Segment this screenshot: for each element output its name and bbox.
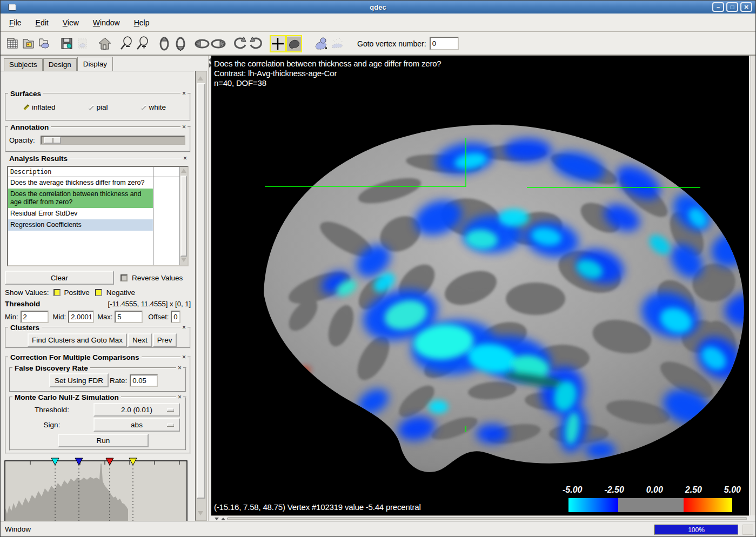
menu-help[interactable]: Help — [134, 18, 150, 27]
title-bar: qdec – □ ✕ — [1, 1, 755, 14]
find-clusters-button[interactable]: Find Clusters and Goto Max — [28, 333, 127, 347]
min-input[interactable] — [21, 311, 49, 323]
spin-ccw-button[interactable] — [232, 35, 248, 52]
zoom-out-button[interactable] — [118, 35, 135, 52]
prev-cluster-button[interactable]: Prev — [153, 333, 177, 347]
minimize-button[interactable]: – — [712, 2, 724, 12]
panel-scrollbar[interactable] — [195, 71, 207, 521]
opacity-label: Opacity: — [9, 136, 35, 144]
colorbar-label: -5.00 — [563, 485, 582, 495]
snapshot-icon — [76, 37, 90, 51]
add-selection-to-label-button[interactable] — [313, 35, 329, 52]
clusters-close-icon[interactable]: × — [180, 324, 188, 331]
menu-view[interactable]: View — [63, 18, 79, 27]
tab-subjects[interactable]: Subjects — [4, 58, 43, 71]
remove-selection-button-disabled — [329, 35, 345, 52]
brain-render — [211, 56, 749, 515]
view-question-text: Does the correlation between thickness a… — [214, 59, 441, 68]
analysis-list-scrollbar[interactable] — [179, 167, 188, 265]
inflated-radio[interactable] — [24, 104, 30, 110]
threshold-title: Threshold — [5, 300, 40, 308]
mc-threshold-label: Threshold: — [10, 406, 93, 414]
analysis-row-residual[interactable]: Residual Error StdDev — [8, 208, 153, 219]
save-label-button[interactable] — [59, 35, 75, 52]
close-button[interactable]: ✕ — [740, 2, 752, 12]
analysis-row-correlation[interactable]: Does the correlation between thickness a… — [8, 189, 153, 208]
save-floppy-icon — [60, 37, 74, 51]
brain-region-icon — [287, 37, 301, 51]
menu-edit[interactable]: Edit — [36, 18, 49, 27]
mc-threshold-dropdown[interactable]: 2.0 (0.01) — [93, 403, 180, 417]
view-dof-text: n=40, DOF=38 — [214, 78, 266, 88]
rotate-right-button[interactable] — [210, 35, 226, 52]
mc-sign-label: Sign: — [10, 421, 93, 429]
analysis-results-frame: Analysis Results × Description Does the … — [5, 159, 191, 270]
opacity-slider-thumb[interactable] — [44, 137, 61, 144]
crosshair-tool-button[interactable] — [270, 35, 286, 52]
rotate-left-button[interactable] — [194, 35, 210, 52]
surfaces-close-icon[interactable]: × — [180, 90, 188, 97]
monte-carlo-frame: Monte Carlo Null-Z Simulation × Threshol… — [9, 397, 186, 451]
monte-carlo-close-icon[interactable]: × — [176, 394, 183, 400]
white-radio[interactable] — [141, 104, 146, 110]
fdr-frame: False Discovery Rate × Set Using FDR Rat… — [9, 367, 186, 392]
load-data-table-button[interactable] — [5, 35, 21, 52]
rotate-down-button[interactable] — [172, 35, 189, 52]
correction-frame: Correction For Multiple Comparisons × Fa… — [5, 357, 191, 454]
surface-view[interactable]: Does the correlation between thickness a… — [211, 56, 749, 515]
offset-input[interactable] — [171, 311, 180, 323]
option-menu-indicator-icon — [167, 424, 174, 426]
run-simulation-button[interactable]: Run — [58, 434, 149, 447]
reverse-values-checkbox[interactable] — [121, 274, 128, 281]
max-input[interactable] — [115, 311, 143, 323]
negative-checkbox[interactable] — [95, 289, 102, 296]
menu-file[interactable]: File — [9, 18, 22, 27]
set-using-fdr-button[interactable]: Set Using FDR — [49, 373, 109, 387]
mid-input[interactable] — [68, 311, 94, 323]
tab-bar: Subjects Design Display — [4, 57, 113, 71]
load-label-button[interactable] — [37, 35, 53, 52]
analysis-row-avg-thickness[interactable]: Does the average thickness differ from z… — [8, 177, 153, 189]
rotate-up-button[interactable] — [156, 35, 172, 52]
spin-ccw-icon — [232, 36, 247, 51]
surfaces-frame: Surfaces × inflated pial white — [5, 93, 191, 121]
zoom-in-button[interactable] — [135, 35, 151, 52]
analysis-results-close-icon[interactable]: × — [182, 155, 189, 162]
goto-vertex-input[interactable] — [430, 37, 459, 50]
negative-label: Negative — [106, 288, 135, 297]
zoom-out-icon — [119, 36, 134, 51]
colorbar-label: 5.00 — [724, 485, 741, 495]
goto-vertex-label: Goto vertex number: — [357, 39, 426, 48]
next-cluster-button[interactable]: Next — [128, 333, 152, 347]
tab-design[interactable]: Design — [43, 58, 77, 71]
rate-input[interactable] — [130, 374, 158, 387]
correction-close-icon[interactable]: × — [180, 354, 188, 360]
correction-title: Correction For Multiple Comparisons — [8, 353, 142, 361]
annotation-close-icon[interactable]: × — [180, 124, 188, 130]
spin-cw-button[interactable] — [248, 35, 264, 52]
fdr-close-icon[interactable]: × — [176, 365, 183, 371]
mc-sign-dropdown[interactable]: abs — [93, 418, 180, 432]
description-column-header[interactable]: Description — [8, 167, 188, 177]
clear-button[interactable]: Clear — [5, 271, 114, 285]
tab-display[interactable]: Display — [77, 57, 113, 71]
rotate-down-icon — [173, 36, 188, 51]
status-message: Window — [5, 525, 31, 533]
view-contrast-text: Contrast: lh-Avg-thickness-age-Cor — [214, 69, 337, 78]
view-horizontal-scrollbar[interactable] — [211, 515, 749, 521]
maximize-button[interactable]: □ — [726, 2, 738, 12]
clusters-frame: Clusters × Find Clusters and Goto Max Ne… — [5, 327, 191, 348]
menu-window[interactable]: Window — [93, 18, 120, 27]
display-tab-content: Surfaces × inflated pial white Annotatio… — [1, 71, 194, 521]
analysis-results-list: Description Does the average thickness d… — [7, 166, 189, 266]
analysis-row-regression[interactable]: Regression Coefficients — [8, 219, 153, 231]
resize-grip[interactable] — [742, 525, 753, 535]
positive-checkbox[interactable] — [53, 289, 61, 296]
opacity-slider[interactable] — [41, 136, 185, 145]
load-project-file-button[interactable] — [21, 35, 37, 52]
pial-radio[interactable] — [88, 104, 94, 110]
colorbar-label: 0.00 — [646, 485, 663, 495]
view-vertical-scrollbar[interactable] — [751, 56, 755, 515]
restore-view-button[interactable] — [97, 35, 113, 52]
select-region-tool-button[interactable] — [286, 35, 302, 52]
